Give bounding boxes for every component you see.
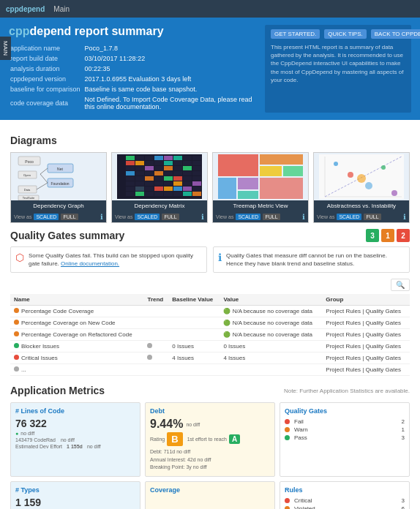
header-field-value: 2017.1.0.6955 Evaluation 3 days left	[85, 75, 256, 83]
diagram-full-btn[interactable]: FULL	[263, 214, 280, 220]
metrics-grid-row1: # Lines of Code 76 322 ● no diff 143479 …	[10, 402, 410, 477]
svg-rect-61	[173, 181, 182, 186]
header-info-row: code coverage dataNot Defined. To Import…	[10, 95, 256, 111]
svg-rect-24	[126, 161, 135, 165]
diagram-actions: View as SCALED FULL ℹ	[213, 211, 308, 222]
svg-rect-68	[164, 186, 173, 191]
table-row: Percentage Coverage on New Code 🟢 N/A be…	[10, 317, 410, 329]
info-box-warning-text: Some Quality Gates fail. This build can …	[29, 252, 202, 268]
qg-row-trend	[143, 306, 168, 317]
top-nav-item[interactable]: Main	[53, 5, 70, 13]
table-row: Percentage Coverage on Refactored Code 🟢…	[10, 329, 410, 341]
qg-row-value	[220, 364, 322, 376]
diagram-actions: View as SCALED FULL ℹ	[112, 211, 207, 222]
table-row: Percentage Code Coverage 🟢 N/A because n…	[10, 306, 410, 317]
svg-text:TestSuite: TestSuite	[23, 196, 35, 200]
breaking-diff: no diff	[193, 464, 207, 470]
diagram-caption: Dependency Matrix	[112, 200, 207, 211]
svg-rect-56	[126, 181, 135, 186]
qg-row-count: 1	[402, 426, 405, 433]
debt-info: Debt: 711d no diff Annual Interest: 42d …	[150, 448, 270, 472]
header-section: cppdepend report summary application nam…	[0, 18, 420, 120]
diagram-info-icon[interactable]: ℹ	[302, 213, 305, 221]
types-value: 1 159	[15, 497, 135, 508]
svg-text:Net: Net	[57, 167, 63, 171]
svg-point-93	[348, 172, 353, 178]
svg-point-96	[391, 190, 397, 196]
info-box-info-text: Quality Gates that measure diff cannot b…	[226, 252, 405, 268]
svg-rect-20	[164, 156, 173, 160]
header-action-button[interactable]: BACK TO CPPDEPEND.	[371, 29, 420, 39]
diagram-scaled-btn[interactable]: SCALED	[135, 214, 160, 220]
coverage-card: Coverage	[145, 481, 275, 509]
svg-rect-47	[192, 171, 201, 176]
top-nav: cppdepend Main	[0, 0, 420, 18]
diagram-scaled-btn[interactable]: SCALED	[236, 214, 260, 220]
app-metrics-note: Note: Further Application Statistics are…	[284, 388, 410, 394]
loc-value: 76 322	[15, 418, 135, 429]
diagram-scaled-btn[interactable]: SCALED	[34, 214, 59, 220]
diagram-full-btn[interactable]: FULL	[162, 214, 179, 220]
debt-no-diff2: no diff	[176, 449, 190, 454]
diagram-full-btn[interactable]: FULL	[364, 214, 380, 220]
diagram-scaled-btn[interactable]: SCALED	[337, 214, 361, 220]
debt-grade: B	[167, 432, 182, 446]
svg-rect-25	[135, 161, 144, 165]
info-box-info: ℹ Quality Gates that measure diff cannot…	[213, 246, 410, 273]
loc-codeblocks: 143479 CodeRad no diff	[15, 437, 135, 442]
diagram-info-icon[interactable]: ℹ	[100, 213, 103, 221]
rules-dot	[285, 506, 290, 509]
diagram-info-icon[interactable]: ℹ	[201, 213, 204, 221]
svg-rect-30	[183, 161, 192, 165]
svg-rect-34	[145, 166, 154, 170]
svg-text:Foundation: Foundation	[50, 181, 69, 186]
svg-rect-78	[183, 192, 192, 196]
svg-rect-71	[192, 186, 201, 191]
svg-rect-22	[183, 156, 192, 160]
svg-rect-54	[183, 176, 192, 181]
diagram-info-icon[interactable]: ℹ	[403, 213, 406, 221]
online-doc-link[interactable]: Online documentation.	[61, 260, 119, 267]
qg-badge-orange: 1	[381, 229, 394, 242]
header-info-row: application namePoco_1.7.8	[10, 44, 256, 53]
qg-table-header: Value	[220, 294, 322, 306]
header-right-block: GET STARTED.QUICK TIPS.BACK TO CPPDEPEND…	[265, 25, 411, 113]
svg-rect-87	[260, 178, 303, 199]
types-card: # Types 1 159 ● no diff Projects 0 ● no …	[10, 481, 140, 509]
app-metrics-header: Application Metrics Note: Further Applic…	[10, 385, 410, 396]
quality-gates-table: NameTrendBaseline ValueValueGroup Percen…	[10, 294, 410, 376]
svg-rect-60	[164, 181, 173, 186]
svg-rect-32	[126, 166, 135, 170]
header-action-button[interactable]: QUICK TIPS.	[324, 29, 366, 39]
diagrams-section-title: Diagrams	[10, 135, 410, 146]
qg-row-value: 4 Issues	[220, 352, 322, 364]
svg-rect-62	[183, 181, 192, 186]
svg-rect-37	[173, 166, 182, 170]
svg-point-92	[334, 162, 338, 166]
breaking-point: Breaking Point: 3y	[150, 464, 192, 470]
metrics-grid-row2: # Types 1 159 ● no diff Projects 0 ● no …	[10, 481, 410, 509]
rules-count: 6	[402, 505, 405, 509]
estimated-dev: Estimated Dev Effort 1 155d no diff	[15, 444, 135, 449]
header-action-button[interactable]: GET STARTED.	[271, 29, 320, 39]
qg-dot	[285, 435, 290, 440]
svg-rect-66	[145, 186, 154, 191]
qg-row-value: 🟢 N/A because no coverage data	[220, 306, 322, 317]
svg-rect-86	[238, 191, 258, 199]
qg-row-text: Warn	[294, 426, 308, 433]
diagram-card-dep-matrix: Dependency Matrix View as SCALED FULL ℹ	[111, 152, 208, 223]
info-icon: ℹ	[218, 252, 222, 263]
qg-row-text: Pass	[294, 434, 307, 441]
search-box[interactable]: 🔍	[391, 279, 410, 291]
diagram-full-btn[interactable]: FULL	[61, 214, 78, 220]
qg-table-header: Trend	[143, 294, 168, 306]
debt-effort-label: 1st effort to reach	[187, 437, 227, 442]
side-tab[interactable]: MAIN	[0, 37, 11, 60]
qg-row-group: Project Rules | Quality Gates	[322, 341, 410, 352]
qg-row-group: Project Rules | Quality Gates	[322, 352, 410, 364]
svg-rect-69	[173, 186, 182, 191]
diagram-view-label: View as	[317, 214, 334, 219]
qg-row-baseline	[168, 317, 220, 329]
header-title-block: cppdepend report summary application nam…	[9, 25, 258, 113]
svg-rect-36	[164, 166, 173, 170]
